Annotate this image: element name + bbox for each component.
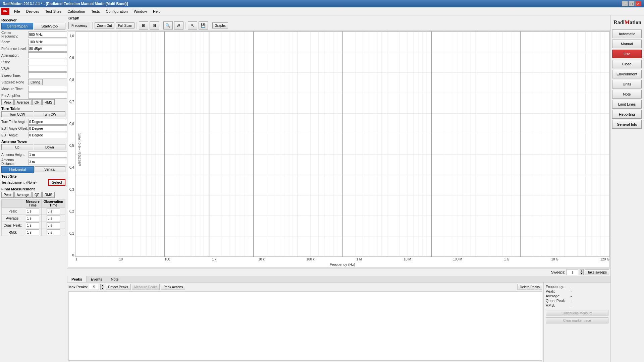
pre-amp-input[interactable] xyxy=(28,93,67,99)
eut-angle-input[interactable] xyxy=(28,132,67,138)
measure-peaks-button[interactable]: Measure Peaks xyxy=(132,284,160,290)
turn-ccw-button[interactable]: Turn CCW xyxy=(1,111,33,117)
measure-time-input[interactable] xyxy=(28,86,67,92)
full-span-button[interactable]: Full Span xyxy=(116,22,135,28)
frequency-tab[interactable]: Frequency xyxy=(68,22,90,29)
average-btn[interactable]: Average xyxy=(14,99,32,105)
center-freq-input[interactable] xyxy=(28,32,67,38)
menu-window[interactable]: Window xyxy=(131,9,150,14)
general-info-button[interactable]: General Info xyxy=(612,120,642,129)
close-right-button[interactable]: Close xyxy=(612,60,642,68)
menu-devices[interactable]: Devices xyxy=(23,9,42,14)
rms-obs-input[interactable] xyxy=(47,229,60,235)
bottom-panel: Sweeps: ▲ ▼ Take sweeps Peaks Events Not… xyxy=(67,268,610,362)
max-peaks-input[interactable] xyxy=(89,284,99,290)
eut-offset-input[interactable] xyxy=(28,125,67,131)
antenna-distance-input[interactable] xyxy=(28,159,67,165)
table-row: Quasi Peak: xyxy=(2,222,65,229)
horizontal-button[interactable]: Horizontal xyxy=(1,166,34,173)
max-peaks-up[interactable]: ▲ xyxy=(100,284,104,287)
print-btn[interactable]: 🖨 xyxy=(174,21,183,29)
avg-measure-input[interactable] xyxy=(26,215,39,221)
qp-obs-input[interactable] xyxy=(47,222,60,228)
max-peaks-down[interactable]: ▼ xyxy=(100,287,104,290)
attenuation-input[interactable] xyxy=(28,52,67,58)
restore-button[interactable]: □ xyxy=(629,1,635,6)
clear-marker-button[interactable]: Clear marker trace xyxy=(546,317,608,323)
graphs-button[interactable]: Graphs xyxy=(212,22,228,28)
close-button[interactable]: ✕ xyxy=(635,1,641,6)
antenna-height-input[interactable] xyxy=(28,152,67,158)
delete-peaks-button[interactable]: Delete Peaks xyxy=(518,284,542,290)
rms-btn[interactable]: RMS xyxy=(42,99,54,105)
antenna-tower-header: Antenna Tower xyxy=(1,139,65,143)
avg-obs-input[interactable] xyxy=(47,215,60,221)
sweeps-down[interactable]: ▼ xyxy=(580,272,584,275)
receiver-header: Receiver xyxy=(1,18,65,22)
rbw-input[interactable] xyxy=(28,59,67,65)
reporting-button[interactable]: Reporting xyxy=(612,110,642,119)
menu-bar: RM File Devices Test-Sites Calibration T… xyxy=(0,7,644,15)
qp-btn[interactable]: QP xyxy=(32,99,42,105)
up-button[interactable]: Up xyxy=(1,144,33,150)
menu-configuration[interactable]: Configuration xyxy=(103,9,130,14)
final-average-btn[interactable]: Average xyxy=(14,192,32,198)
limit-lines-button[interactable]: Limit Lines xyxy=(612,100,642,109)
menu-file[interactable]: File xyxy=(11,9,23,14)
vertical-button[interactable]: Vertical xyxy=(35,166,66,172)
zoom-save-btn[interactable]: 🔍 xyxy=(163,21,173,29)
peak-btn[interactable]: Peak xyxy=(1,99,14,105)
down-button[interactable]: Down xyxy=(34,144,66,150)
take-sweeps-button[interactable]: Take sweeps xyxy=(585,269,609,275)
sweeps-up[interactable]: ▲ xyxy=(580,269,584,272)
info-quasi-peak-row: Quasi Peak: - xyxy=(546,299,608,303)
tab-peaks[interactable]: Peaks xyxy=(67,276,87,282)
start-stop-button[interactable]: Start/Stop xyxy=(34,23,66,29)
menu-help[interactable]: Help xyxy=(150,9,163,14)
qp-measure-input[interactable] xyxy=(26,222,39,228)
use-button[interactable]: Use xyxy=(612,50,642,58)
grid2-icon-btn[interactable]: ⊟ xyxy=(150,21,159,29)
config-button[interactable]: Config xyxy=(28,79,43,85)
vbw-label: VBW: xyxy=(1,67,28,71)
menu-test-sites[interactable]: Test-Sites xyxy=(43,9,64,14)
sweeps-input[interactable] xyxy=(567,269,578,275)
peak-obs-input[interactable] xyxy=(47,208,60,214)
quasi-peak-info-label: Quasi Peak: xyxy=(546,299,569,303)
manual-button[interactable]: Manual xyxy=(612,40,642,48)
rms-measure-input[interactable] xyxy=(26,229,39,235)
cursor-btn[interactable]: ↖ xyxy=(188,21,197,29)
ref-level-input[interactable] xyxy=(28,46,67,52)
center-span-button[interactable]: Center/Span xyxy=(1,23,33,29)
vbw-input[interactable] xyxy=(28,66,67,72)
span-input[interactable] xyxy=(28,39,67,45)
final-peak-btn[interactable]: Peak xyxy=(1,192,14,198)
peak-actions-button[interactable]: Peak Actions xyxy=(161,284,185,290)
final-qp-btn[interactable]: QP xyxy=(32,192,42,198)
chart-container: 1,0 0,9 0,8 0,7 0,6 0,5 0,4 0,3 0,2 0,1 … xyxy=(68,31,610,267)
tab-events[interactable]: Events xyxy=(87,276,107,282)
save-btn[interactable]: 💾 xyxy=(199,21,208,29)
select-button[interactable]: Select xyxy=(48,179,65,186)
info-rms-row: RMS: - xyxy=(546,303,608,307)
final-rms-btn[interactable]: RMS xyxy=(42,192,54,198)
automatic-button[interactable]: Automatic xyxy=(612,29,642,38)
sweep-time-input[interactable] xyxy=(28,72,67,78)
menu-tests[interactable]: Tests xyxy=(89,9,103,14)
units-button[interactable]: Units xyxy=(612,80,642,88)
turn-angle-input[interactable] xyxy=(28,119,67,125)
tab-note[interactable]: Note xyxy=(106,276,123,282)
detect-peaks-button[interactable]: Detect Peaks xyxy=(106,284,130,290)
menu-calibration[interactable]: Calibration xyxy=(65,9,88,14)
row-rms-label: RMS: xyxy=(2,229,24,236)
grid-icon-btn[interactable]: ⊞ xyxy=(139,21,148,29)
note-button[interactable]: Note xyxy=(612,90,642,99)
environment-button[interactable]: Environment xyxy=(612,70,642,78)
turn-cw-button[interactable]: Turn CW xyxy=(34,111,66,117)
continuous-measure-button[interactable]: Continuous Measure xyxy=(546,310,608,316)
rbw-label: RBW: xyxy=(1,60,28,64)
minimize-button[interactable]: ─ xyxy=(622,1,628,6)
peak-measure-input[interactable] xyxy=(26,208,39,214)
zoom-out-button[interactable]: Zoom Out xyxy=(95,22,114,28)
radimation-logo: RadiMation xyxy=(612,17,643,28)
